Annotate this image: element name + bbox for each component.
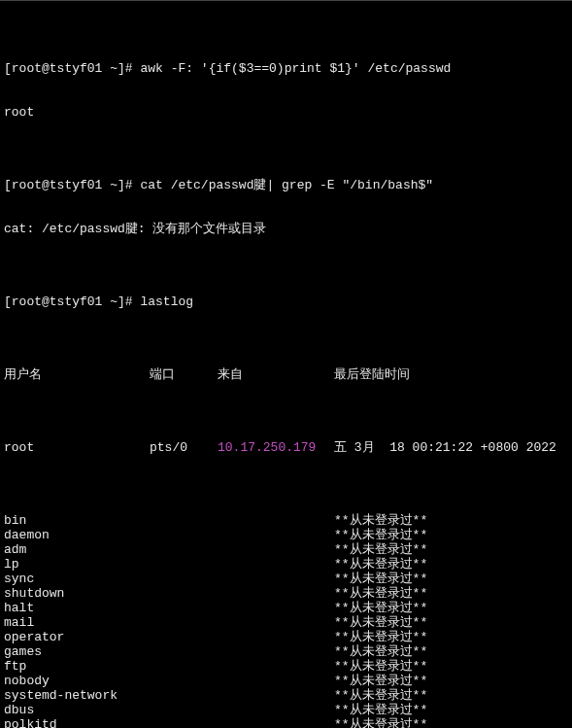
prompt-3: [root@tstyf01 ~]#: [4, 295, 140, 309]
prompt-line-1: [root@tstyf01 ~]# awk -F: '{if($3==0)pri…: [4, 61, 568, 76]
user-cell: shutdown: [4, 586, 150, 601]
user-cell: ftp: [4, 659, 150, 674]
col-port: 端口: [150, 367, 218, 382]
latest-cell: **从未登录过**: [334, 688, 568, 703]
latest-cell: **从未登录过**: [334, 659, 568, 674]
port-cell: [150, 674, 218, 688]
user-cell: nobody: [4, 674, 150, 688]
table-row: halt**从未登录过**: [4, 601, 568, 615]
table-row: ftp**从未登录过**: [4, 659, 568, 674]
table-row: adm**从未登录过**: [4, 542, 568, 557]
from-cell: [218, 513, 334, 528]
table-row: polkitd**从未登录过**: [4, 717, 568, 728]
command-1: awk -F: '{if($3==0)print $1}' /etc/passw…: [140, 61, 451, 76]
lastlog-table: bin**从未登录过**daemon**从未登录过**adm**从未登录过**l…: [4, 513, 568, 728]
error-2: cat: /etc/passwd腱: 没有那个文件或目录: [4, 222, 568, 236]
latest-cell: **从未登录过**: [334, 542, 568, 557]
user-cell: mail: [4, 615, 150, 630]
port-cell: [150, 703, 218, 717]
port-cell: [150, 572, 218, 586]
prompt-line-3: [root@tstyf01 ~]# lastlog: [4, 295, 568, 309]
user-cell: dbus: [4, 703, 150, 717]
port-cell: [150, 601, 218, 615]
port-cell: [150, 528, 218, 542]
command-3: lastlog: [140, 295, 193, 309]
table-row: mail**从未登录过**: [4, 615, 568, 630]
root-latest: 五 3月 18 00:21:22 +0800 2022: [334, 440, 568, 455]
port-cell: [150, 557, 218, 572]
root-user: root: [4, 440, 150, 455]
table-row: dbus**从未登录过**: [4, 703, 568, 717]
col-user: 用户名: [4, 367, 150, 382]
col-latest: 最后登陆时间: [334, 367, 568, 382]
port-cell: [150, 630, 218, 644]
col-from: 来自: [218, 367, 334, 382]
user-cell: halt: [4, 601, 150, 615]
latest-cell: **从未登录过**: [334, 513, 568, 528]
user-cell: sync: [4, 572, 150, 586]
table-row: operator**从未登录过**: [4, 630, 568, 644]
latest-cell: **从未登录过**: [334, 717, 568, 728]
lastlog-root-row: root pts/0 10.17.250.179 五 3月 18 00:21:2…: [4, 440, 568, 455]
table-row: shutdown**从未登录过**: [4, 586, 568, 601]
table-row: systemd-network**从未登录过**: [4, 688, 568, 703]
latest-cell: **从未登录过**: [334, 528, 568, 542]
port-cell: [150, 513, 218, 528]
table-row: daemon**从未登录过**: [4, 528, 568, 542]
from-cell: [218, 572, 334, 586]
from-cell: [218, 586, 334, 601]
from-cell: [218, 659, 334, 674]
terminal-screen[interactable]: [root@tstyf01 ~]# awk -F: '{if($3==0)pri…: [0, 0, 572, 728]
port-cell: [150, 615, 218, 630]
from-cell: [218, 717, 334, 728]
latest-cell: **从未登录过**: [334, 557, 568, 572]
latest-cell: **从未登录过**: [334, 586, 568, 601]
user-cell: games: [4, 644, 150, 659]
latest-cell: **从未登录过**: [334, 630, 568, 644]
port-cell: [150, 659, 218, 674]
port-cell: [150, 542, 218, 557]
port-cell: [150, 586, 218, 601]
latest-cell: **从未登录过**: [334, 674, 568, 688]
port-cell: [150, 717, 218, 728]
output-1: root: [4, 105, 568, 120]
from-cell: [218, 601, 334, 615]
latest-cell: **从未登录过**: [334, 703, 568, 717]
user-cell: daemon: [4, 528, 150, 542]
latest-cell: **从未登录过**: [334, 644, 568, 659]
port-cell: [150, 644, 218, 659]
prompt-1: [root@tstyf01 ~]#: [4, 61, 140, 76]
from-cell: [218, 528, 334, 542]
from-cell: [218, 688, 334, 703]
latest-cell: **从未登录过**: [334, 601, 568, 615]
from-cell: [218, 615, 334, 630]
table-row: nobody**从未登录过**: [4, 674, 568, 688]
command-2: cat /etc/passwd腱| grep -E "/bin/bash$": [140, 178, 433, 192]
from-cell: [218, 674, 334, 688]
latest-cell: **从未登录过**: [334, 615, 568, 630]
from-cell: [218, 703, 334, 717]
from-cell: [218, 557, 334, 572]
latest-cell: **从未登录过**: [334, 572, 568, 586]
from-cell: [218, 630, 334, 644]
root-ip: 10.17.250.179: [218, 440, 334, 455]
root-port: pts/0: [150, 440, 218, 455]
table-row: games**从未登录过**: [4, 644, 568, 659]
table-row: lp**从未登录过**: [4, 557, 568, 572]
table-row: bin**从未登录过**: [4, 513, 568, 528]
user-cell: lp: [4, 557, 150, 572]
table-row: sync**从未登录过**: [4, 572, 568, 586]
user-cell: bin: [4, 513, 150, 528]
prompt-line-2: [root@tstyf01 ~]# cat /etc/passwd腱| grep…: [4, 178, 568, 192]
from-cell: [218, 542, 334, 557]
user-cell: operator: [4, 630, 150, 644]
port-cell: [150, 688, 218, 703]
user-cell: adm: [4, 542, 150, 557]
from-cell: [218, 644, 334, 659]
prompt-2: [root@tstyf01 ~]#: [4, 178, 140, 192]
lastlog-header: 用户名 端口 来自 最后登陆时间: [4, 367, 568, 382]
user-cell: systemd-network: [4, 688, 150, 703]
user-cell: polkitd: [4, 717, 150, 728]
